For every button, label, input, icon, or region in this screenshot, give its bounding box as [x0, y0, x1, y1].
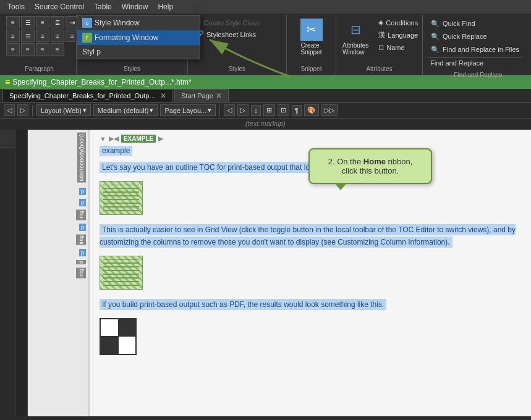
- image-3-cell-4: [119, 337, 136, 354]
- name-label: Name: [386, 44, 404, 51]
- menu-source-control[interactable]: Source Control: [30, 1, 89, 12]
- image-1: [100, 181, 143, 215]
- language-icon: 漢: [378, 30, 385, 40]
- margin-tag-p3: p: [79, 224, 86, 231]
- list-btn[interactable]: ≣: [51, 16, 64, 28]
- style-p-item[interactable]: Styl p: [77, 45, 200, 59]
- find-replace-files-icon: 🔍: [430, 44, 440, 54]
- doc-tab-2[interactable]: Start Page ✕: [174, 89, 229, 102]
- margin-tags: MiniTocBody(book) p p img p img p d img: [76, 133, 86, 278]
- quick-replace-item[interactable]: 🔍 Quick Replace: [428, 30, 522, 43]
- tab-1-close-btn[interactable]: ✕: [160, 92, 166, 99]
- example-nav-icon: ▶◀: [109, 135, 119, 143]
- callout-tooltip: 2. On the Home ribbon, click this button…: [308, 148, 432, 184]
- left-sidebar-1: [0, 130, 15, 416]
- create-snippet-btn[interactable]: ✂ CreateSnippet: [298, 16, 325, 58]
- stylesheet-links-item[interactable]: 🔗 Stylesheet Links: [193, 29, 262, 40]
- paragraph-group: ≡ ☰ ≡ ≣ ⇥ ≡ ☰ ≡ ≡ ≡ ≡ ≡: [2, 15, 77, 75]
- menu-tools[interactable]: Tools: [2, 1, 30, 12]
- menu-table[interactable]: Table: [89, 1, 117, 12]
- style-window-item[interactable]: S Style Window: [77, 15, 200, 30]
- example-end-icon: ▶: [158, 135, 163, 143]
- sidebar-body: [0, 148, 15, 416]
- margin-tag-p2: p: [79, 199, 86, 206]
- callout-bold-text: Home: [363, 157, 386, 166]
- ribbon: ≡ ☰ ≡ ≣ ⇥ ≡ ☰ ≡ ≡ ≡ ≡ ≡: [0, 14, 531, 75]
- para-btn4[interactable]: ≡: [36, 30, 49, 42]
- margin-tag-1: MiniTocBody(book): [77, 133, 86, 183]
- layout-label: Layout (Web): [41, 107, 82, 114]
- find-replace-bottom: Find and Replace: [428, 57, 522, 68]
- para-btn10[interactable]: ≡: [51, 43, 64, 56]
- para-btn3[interactable]: ☰: [21, 30, 35, 42]
- text-markup-bar: (text markup): [0, 119, 531, 130]
- attributes-label: Attributes: [340, 63, 418, 74]
- toolbar-btn-5[interactable]: ⊡: [278, 104, 289, 116]
- para-btn9[interactable]: ≡: [36, 43, 49, 56]
- align-right-btn[interactable]: ≡: [36, 16, 49, 28]
- back-btn[interactable]: ◁: [4, 104, 15, 116]
- toolbar-btn-8[interactable]: ▷▷: [321, 104, 338, 116]
- size-dropdown[interactable]: Medium (default) ▾: [93, 104, 158, 116]
- find-replace-files-label: Find and Replace in Files: [443, 46, 519, 53]
- find-replace-content: 🔍 Quick Find 🔍 Quick Replace 🔍 Find and …: [427, 16, 523, 69]
- toolbar-btn-3[interactable]: ↕: [251, 105, 261, 116]
- find-replace-group-label: Find and Replace: [427, 69, 530, 80]
- layout-dropdown-arrow: ▾: [83, 106, 87, 114]
- tab-2-close-btn[interactable]: ✕: [216, 92, 222, 99]
- layout-dropdown[interactable]: Layout (Web) ▾: [36, 104, 91, 116]
- para-btn7[interactable]: ≡: [6, 43, 20, 56]
- formatting-window-item[interactable]: F Formatting Window: [77, 30, 200, 45]
- menu-help[interactable]: Help: [153, 1, 178, 12]
- para-btn2[interactable]: ≡: [6, 30, 20, 42]
- example-expand-icon[interactable]: ▼: [100, 135, 106, 143]
- attributes-window-icon: ⊟: [344, 19, 367, 41]
- para-btn5[interactable]: ≡: [51, 30, 64, 42]
- toolbar-btn-4[interactable]: ⊞: [263, 104, 275, 116]
- image-3-cell-1: [101, 319, 118, 337]
- margin-column: MiniTocBody(book) p p img p img p d img: [28, 130, 90, 416]
- size-dropdown-arrow: ▾: [150, 106, 153, 114]
- app-window: Tools Source Control Table Window Help ≡…: [0, 0, 531, 416]
- name-icon: ◻: [378, 43, 384, 51]
- page-dropdown[interactable]: Page Layou... ▾: [160, 104, 216, 116]
- formatting-window-icon: F: [82, 33, 92, 43]
- margin-tag-img: img: [76, 210, 86, 220]
- para-3: If you build print-based output such as …: [100, 299, 521, 311]
- doc-tab-2-label: Start Page: [181, 92, 213, 99]
- find-replace-files-item[interactable]: 🔍 Find and Replace in Files: [428, 43, 522, 56]
- toolbar-btn-6[interactable]: ¶: [292, 105, 302, 116]
- language-item[interactable]: 漢 Language: [376, 29, 420, 41]
- forward-btn[interactable]: ▷: [17, 104, 28, 116]
- style-dropdown-menu: S Style Window F Formatting Window Styl …: [77, 15, 200, 59]
- snippet-group: ✂ CreateSnippet Snippet: [287, 15, 336, 75]
- toolbar-btn-1[interactable]: ◁: [224, 104, 235, 116]
- margin-tag-img3: img: [76, 268, 86, 279]
- snippet-label: Snippet: [291, 63, 332, 74]
- toolbar-btn-2[interactable]: ▷: [237, 104, 249, 116]
- quick-find-icon: 🔍: [430, 19, 440, 28]
- example-block: ▼ ▶◀ EXAMPLE ▶: [100, 135, 521, 143]
- attributes-group: ⊟ AttributesWindow ◈ Conditions 漢 Langua…: [336, 15, 423, 75]
- image-2-content: [103, 259, 139, 286]
- conditions-item[interactable]: ◈ Conditions: [376, 17, 420, 28]
- image-3: [100, 318, 137, 355]
- toolbar-btn-7[interactable]: 🎨: [304, 104, 319, 116]
- create-snippet-label: CreateSnippet: [301, 42, 322, 56]
- paragraph-buttons: ≡ ☰ ≡ ≣ ⇥ ≡ ☰ ≡ ≡ ≡ ≡ ≡: [6, 16, 79, 63]
- para-2-text: This is actually easier to see in Grid V…: [100, 224, 516, 247]
- para-btn8[interactable]: ≡: [21, 43, 35, 56]
- image-3-grid: [101, 319, 135, 354]
- doc-tab-1[interactable]: Specifying_Chapter_Breaks_for_Printed_Ou…: [2, 89, 173, 102]
- align-left-btn[interactable]: ≡: [6, 16, 20, 28]
- snippet-icon: ✂: [300, 19, 323, 41]
- menu-bar: Tools Source Control Table Window Help: [0, 0, 531, 14]
- name-item[interactable]: ◻ Name: [376, 42, 420, 52]
- doc-title-text: Specifying_Chapter_Breaks_for_Printed_Ou…: [12, 78, 192, 86]
- menu-window[interactable]: Window: [117, 1, 153, 12]
- attributes-content: ⊟ AttributesWindow ◈ Conditions 漢 Langua…: [340, 16, 422, 63]
- attributes-window-btn[interactable]: ⊟ AttributesWindow: [340, 16, 371, 58]
- style-extra-content: ◻ Create Style Class 🔗 Stylesheet Links: [192, 16, 263, 63]
- align-center-btn[interactable]: ☰: [21, 16, 35, 28]
- quick-find-item[interactable]: 🔍 Quick Find: [428, 17, 522, 30]
